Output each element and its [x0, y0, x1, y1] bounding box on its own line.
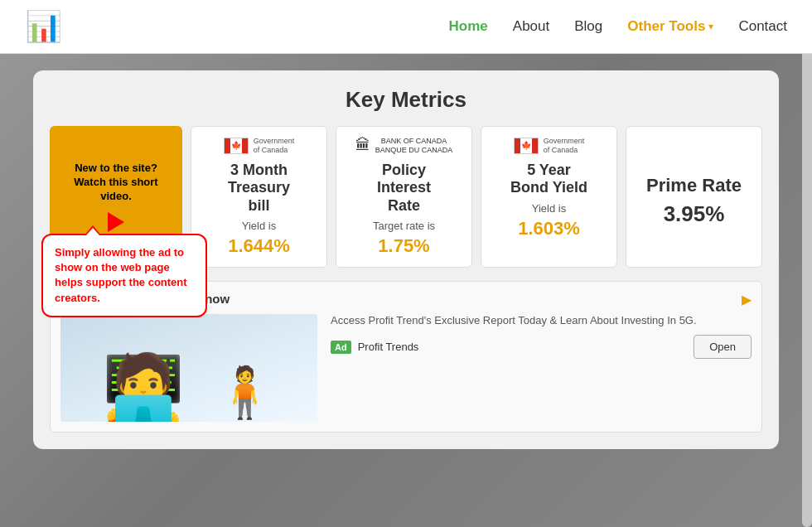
ad-banner-content: 🧑‍💻 🧍 Access Profit Trend's Exclusive Re…: [60, 314, 752, 422]
gov-canada-text: Government of Canada: [254, 137, 295, 155]
policy-rate-name: PolicyInterestRate: [377, 162, 431, 215]
treasury-bill-value: 1.644%: [228, 235, 290, 257]
header: 📊 Home About Blog Other Tools ▾ Contact: [0, 0, 812, 54]
bond-yield-value: 1.603%: [518, 218, 580, 239]
bank-building-icon: 🏛: [355, 137, 370, 154]
ad-label-badge: Ad: [331, 341, 351, 354]
policy-rate-value: 1.75%: [378, 235, 429, 257]
nav-home[interactable]: Home: [449, 18, 488, 35]
logo-area: 📊: [25, 9, 62, 44]
play-button-icon[interactable]: [108, 212, 124, 232]
bond-yield-label: Yield is: [532, 202, 566, 215]
treasury-bill-label: Yield is: [242, 220, 276, 232]
ad-card-text: New to the site? Watch this short video.: [60, 162, 172, 204]
ad-person-figure: 🧑‍💻: [102, 355, 185, 422]
chevron-down-icon: ▾: [708, 21, 713, 32]
ad-tag-row: Ad Profit Trends Open: [331, 335, 752, 359]
metric-card-treasury: 🍁 Government of Canada 3 MonthTreasurybi…: [191, 126, 327, 268]
card-logo-treasury: 🍁 Government of Canada: [224, 137, 295, 155]
card-logo-bond: 🍁 Government of Canada: [514, 137, 585, 155]
tooltip-text: Simply allowing the ad to show on the we…: [55, 246, 187, 304]
metrics-row: New to the site? Watch this short video.…: [50, 126, 762, 268]
ad-banner-desc: Access Profit Trend's Exclusive Report T…: [331, 314, 752, 326]
nav-tools-wrapper[interactable]: Other Tools ▾: [627, 18, 713, 35]
bank-canada-text: BANK OF CANADA BANQUE DU CANADA: [375, 137, 453, 155]
ad-standing-figure: 🧍: [214, 363, 276, 422]
open-button[interactable]: Open: [694, 335, 752, 359]
policy-rate-label: Target rate is: [373, 220, 435, 232]
tooltip-bubble: Simply allowing the ad to show on the we…: [41, 234, 207, 317]
ad-banner-image: 🧑‍💻 🧍: [60, 314, 317, 422]
ad-source-name: Profit Trends: [358, 341, 419, 353]
gov-canada-text-2: Government of Canada: [544, 137, 585, 155]
prime-rate-value: 3.95%: [664, 201, 725, 227]
canada-flag-icon: 🍁: [224, 138, 249, 154]
scrollbar-track[interactable]: [802, 0, 812, 527]
key-metrics-title: Key Metrics: [50, 87, 762, 113]
nav-other-tools[interactable]: Other Tools: [627, 18, 705, 35]
card-logo-policy: 🏛 BANK OF CANADA BANQUE DU CANADA: [355, 137, 453, 155]
treasury-bill-name: 3 MonthTreasurybill: [228, 162, 290, 215]
nav-about[interactable]: About: [513, 18, 549, 35]
main-nav: Home About Blog Other Tools ▾ Contact: [449, 18, 787, 35]
bond-yield-name: 5 YearBond Yield: [510, 162, 587, 197]
logo-icon: 📊: [25, 9, 62, 44]
canada-flag-icon-2: 🍁: [514, 138, 539, 154]
metric-card-bond: 🍁 Government of Canada 5 YearBond Yield …: [481, 126, 617, 268]
prime-rate-name: Prime Rate: [646, 175, 742, 196]
ad-card[interactable]: New to the site? Watch this short video.…: [50, 126, 182, 268]
metric-card-policy: 🏛 BANK OF CANADA BANQUE DU CANADA Policy…: [336, 126, 472, 268]
main-content: Key Metrics New to the site? Watch this …: [33, 70, 779, 449]
ad-banner-info: Access Profit Trend's Exclusive Report T…: [331, 314, 752, 359]
ad-arrow-icon: ▶: [742, 292, 752, 307]
metric-card-prime: Prime Rate 3.95%: [626, 126, 762, 268]
nav-blog[interactable]: Blog: [574, 18, 602, 35]
nav-contact[interactable]: Contact: [738, 18, 787, 35]
